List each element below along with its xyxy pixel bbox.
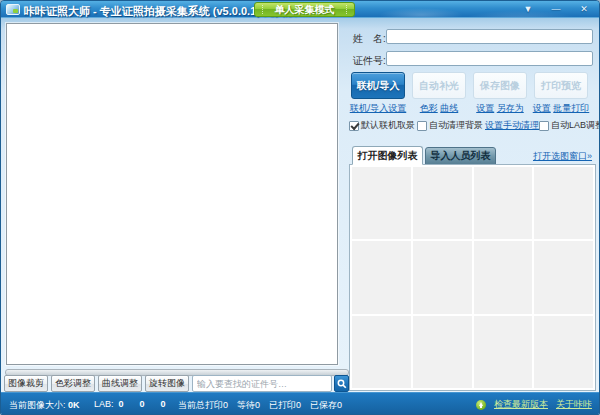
connect-import-button[interactable]: 联机/导入 [351,72,405,99]
about-link[interactable]: 关于咔咔 [556,398,592,411]
saved-counter: 已保存0 [310,399,342,412]
image-grid-cell [474,167,533,239]
lab-l-value: 0 [119,399,124,409]
save-image-button: 保存图像 [473,72,527,99]
save-group: 设置 另存为 [470,102,530,115]
image-grid-cell [534,241,593,313]
title-bar: 咔咔证照大师 - 专业证照拍摄采集系统 (v5.0.0.1) 免费版 单人采集模… [1,1,599,18]
image-grid-cell [352,316,411,388]
print-preview-button: 打印预览 [534,72,588,99]
image-grid-cell [352,241,411,313]
image-grid-cell [474,316,533,388]
lab-status: LAB:000 [94,399,166,409]
auto-lab-checkbox[interactable] [539,121,549,131]
image-grid-cell [413,316,472,388]
image-grid-cell [413,167,472,239]
single-capture-mode-button[interactable]: 单人采集模式 [254,2,355,17]
color-curve-group: 色彩 曲线 [409,102,469,115]
update-arrow-icon [476,400,486,410]
connect-settings-group: 联机/导入设置 [348,102,408,115]
image-list-panel [349,164,596,391]
connect-import-settings-link[interactable]: 联机/导入设置 [350,103,407,113]
minimize-icon[interactable]: — [547,3,565,15]
lab-label: LAB: [94,399,114,409]
status-links: 检查最新版本 关于咔咔 [476,398,592,411]
id-number-label: 证件号: [353,54,386,68]
save-settings-link[interactable]: 设置 [476,103,494,113]
crop-image-button[interactable]: 图像裁剪 [4,375,48,392]
tab-import-person-list[interactable]: 导入人员列表 [425,147,496,165]
id-search-input[interactable] [192,375,332,392]
name-label: 姓 名: [353,32,386,46]
save-as-link[interactable]: 另存为 [497,103,524,113]
auto-clean-bg-label: 自动清理背景 [429,119,483,132]
print-group: 设置 批量打印 [531,102,591,115]
image-grid-cell [534,167,593,239]
window-controls: ▼ — ✕ [519,3,593,15]
close-icon[interactable]: ✕ [575,3,593,15]
app-logo-icon [6,4,20,15]
app-window: 咔咔证照大师 - 专业证照拍摄采集系统 (v5.0.0.1) 免费版 单人采集模… [0,0,600,415]
printed-counter: 已打印0 [269,399,301,412]
check-version-link[interactable]: 检查最新版本 [494,398,548,411]
open-photo-window-link[interactable]: 打开选图窗口» [533,150,592,163]
image-grid-cell [534,316,593,388]
color-link[interactable]: 色彩 [420,103,438,113]
search-button[interactable] [334,375,349,392]
id-number-field[interactable] [386,51,593,66]
capture-options-row: 默认联机取景 自动清理背景 设置 手动清理 自动LAB调整 设置 [349,119,596,132]
color-adjust-button[interactable]: 色彩调整 [51,375,95,392]
image-size-label: 当前图像大小: [9,400,66,410]
default-capture-checkbox[interactable] [349,121,359,131]
auto-light-button: 自动补光 [412,72,466,99]
tab-open-image-list[interactable]: 打开图像列表 [352,146,423,165]
print-settings-link[interactable]: 设置 [533,103,551,113]
curve-adjust-button[interactable]: 曲线调整 [98,375,142,392]
print-total-counter: 当前总打印0 [178,399,228,412]
batch-print-link[interactable]: 批量打印 [553,103,589,113]
manual-clean-link[interactable]: 手动清理 [503,119,539,132]
image-size-value: 0K [68,400,80,410]
image-grid-cell [352,167,411,239]
lab-b-value: 0 [161,399,166,409]
image-size-status: 当前图像大小: 0K [9,399,80,412]
image-grid-cell [413,241,472,313]
clean-settings-link[interactable]: 设置 [485,119,503,132]
search-icon [337,379,347,389]
default-capture-label: 默认联机取景 [361,119,415,132]
lab-a-value: 0 [140,399,145,409]
status-bar: 当前图像大小: 0K LAB:000 当前总打印0 等待0 已打印0 已保存0 … [1,392,599,414]
print-counters: 当前总打印0 等待0 已打印0 已保存0 [178,399,342,412]
auto-lab-label: 自动LAB调整 [551,119,600,132]
image-preview-canvas [6,23,338,365]
image-grid-cell [474,241,533,313]
auto-clean-bg-checkbox[interactable] [417,121,427,131]
waiting-counter: 等待0 [237,399,260,412]
rotate-image-button[interactable]: 旋转图像 [145,375,189,392]
name-field[interactable] [386,29,593,44]
menu-icon[interactable]: ▼ [519,3,537,15]
curve-link[interactable]: 曲线 [440,103,458,113]
